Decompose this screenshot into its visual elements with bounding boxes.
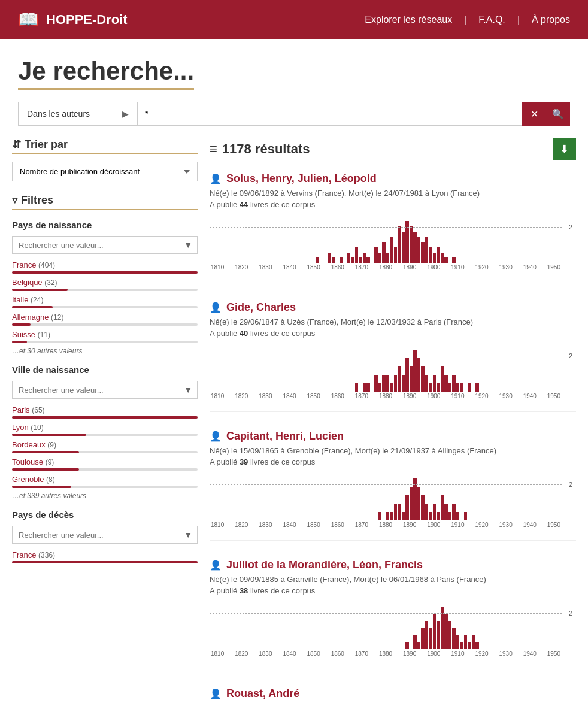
search-button[interactable]: 🔍 [546, 102, 570, 126]
chart-bar [456, 512, 460, 520]
chevron-down-icon[interactable]: ▼ [179, 237, 197, 253]
chart-bar [441, 366, 444, 392]
nav-separator-1: | [464, 14, 466, 25]
chart-bar [413, 635, 417, 649]
chart-bar [433, 375, 437, 392]
chart-year-label: 1810 [211, 522, 224, 528]
filter-grenoble[interactable]: Grenoble (8) [12, 475, 55, 484]
chart-year-label: 1850 [307, 650, 320, 657]
chart-bar [441, 253, 444, 263]
filter-france-deces[interactable]: France (336) [12, 550, 55, 559]
chart-year-label: 1860 [331, 522, 344, 528]
filter-france[interactable]: France (404) [12, 260, 55, 269]
clear-search-button[interactable]: ✕ [522, 102, 546, 126]
chart-year-label: 1890 [403, 522, 416, 528]
sort-title: ⇵ Trier par [12, 138, 198, 154]
chart-bar [417, 358, 421, 392]
person-icon: 👤 [210, 431, 222, 442]
chart-dashed-line [210, 484, 562, 485]
chart-bar [417, 487, 421, 520]
filter-lyon[interactable]: Lyon (10) [12, 423, 44, 432]
chart-bar [378, 512, 382, 520]
chart-year-label: 1930 [499, 650, 513, 657]
author-books: A publié 44 livres de ce corpus [210, 200, 576, 209]
filter-icon: ▿ [12, 193, 17, 207]
chart-bar [468, 383, 471, 392]
chart-bar [398, 504, 401, 520]
chart-labels: 1810182018301840185018601870188018901900… [210, 263, 562, 271]
chart-bar [363, 253, 366, 263]
chart-year-label: 1860 [331, 393, 344, 399]
search-category-selector[interactable]: Dans les auteurs ▶ [18, 102, 138, 126]
chart-year-label: 1910 [451, 393, 464, 399]
chart-year-label: 1830 [259, 650, 272, 657]
author-books: A publié 39 livres de ce corpus [210, 458, 576, 466]
sort-select[interactable]: Nombre de publication décroissant [12, 162, 198, 181]
chart-year-label: 1860 [331, 264, 344, 271]
chart-bar [398, 366, 401, 392]
chart-year-label: 1820 [235, 264, 248, 271]
chart-bar [413, 232, 417, 263]
chart-bar [448, 512, 452, 520]
chevron-down-icon-2[interactable]: ▼ [179, 381, 197, 398]
pays-naissance-search-input[interactable] [13, 237, 179, 253]
nav-faq[interactable]: F.A.Q. [478, 14, 505, 25]
chart-bar [340, 257, 343, 263]
chart-bar [405, 495, 409, 520]
main-layout: ⇵ Trier par Nombre de publication décroi… [0, 138, 588, 715]
download-button[interactable]: ⬇ [553, 138, 576, 160]
nav-explore[interactable]: Explorer les réseaux [365, 14, 452, 25]
filter-italie[interactable]: Italie (24) [12, 295, 43, 304]
chart-bar [410, 366, 413, 392]
author-meta: Né(e) le 29/06/1847 à Uzès (France), Mor… [210, 317, 576, 326]
chart-year-label: 1840 [283, 393, 296, 399]
author-link[interactable]: 👤 Rouast, André [210, 687, 576, 700]
chart-bar [421, 242, 425, 263]
author-link[interactable]: 👤 Solus, Henry, Julien, Léopold [210, 172, 576, 185]
chart-bar [425, 375, 429, 392]
pays-deces-search-input[interactable] [13, 527, 179, 543]
chart-year-label: 1910 [451, 264, 464, 271]
filter-toulouse[interactable]: Toulouse (9) [12, 458, 54, 466]
search-bar: Dans les auteurs ▶ ✕ 🔍 [18, 102, 570, 126]
chart-bar [351, 257, 354, 263]
chart-bars [210, 601, 562, 649]
chart-bar [456, 635, 460, 649]
author-books: A publié 38 livres de ce corpus [210, 586, 576, 595]
chart-bar [444, 375, 448, 392]
chart-bar [405, 358, 409, 392]
chart-bar [421, 495, 425, 520]
filter-paris[interactable]: Paris (65) [12, 405, 45, 414]
filter-belgique[interactable]: Belgique (32) [12, 278, 57, 287]
chart-bar [402, 375, 405, 392]
search-input[interactable] [138, 102, 522, 126]
filter-allemagne[interactable]: Allemagne (12) [12, 313, 63, 322]
pays-naissance-title: Pays de naissance [12, 220, 198, 230]
person-icon: 👤 [210, 302, 222, 313]
chart-year-label: 1870 [355, 264, 368, 271]
logo[interactable]: 📖 HOPPE-Droit [18, 10, 128, 29]
chart-bar [390, 237, 393, 263]
ville-naissance-search-input[interactable] [13, 382, 179, 398]
chevron-down-icon-3[interactable]: ▼ [179, 526, 197, 543]
chart-bar [410, 487, 413, 520]
filter-bordeaux[interactable]: Bordeaux (9) [12, 440, 56, 449]
sort-icon: ⇵ [12, 138, 21, 151]
chart-year-label: 1910 [451, 522, 464, 528]
chart-bar [417, 642, 421, 649]
chart-bar [394, 375, 398, 392]
author-link[interactable]: 👤 Julliot de la Morandière, Léon, Franci… [210, 559, 576, 571]
author-link[interactable]: 👤 Capitant, Henri, Lucien [210, 430, 576, 443]
chart-year-label: 1890 [403, 650, 416, 657]
chart-bars [210, 344, 562, 392]
author-link[interactable]: 👤 Gide, Charles [210, 301, 576, 314]
chart-bar [394, 247, 398, 263]
table-row: 👤 Rouast, André [210, 687, 576, 715]
list-item: Suisse (11) [12, 329, 198, 343]
nav-about[interactable]: À propos [532, 14, 570, 25]
chart-bar [394, 504, 398, 520]
chart-bar [452, 504, 456, 520]
chart-bar [417, 237, 421, 263]
chart-year-label: 1880 [379, 264, 392, 271]
filter-suisse[interactable]: Suisse (11) [12, 330, 50, 339]
